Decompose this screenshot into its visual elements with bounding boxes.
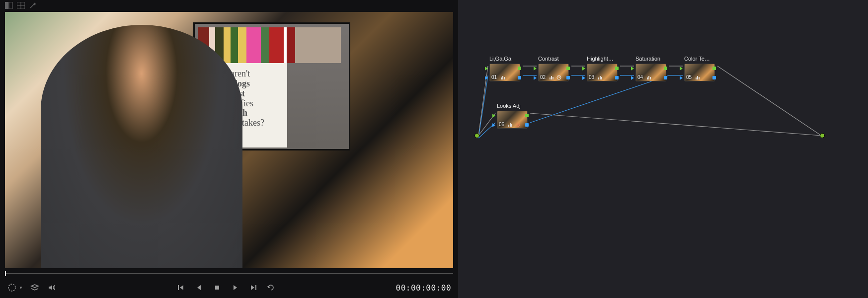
svg-rect-0 [5,2,8,9]
rgb-input-port[interactable] [534,67,537,71]
graph-source[interactable] [474,133,479,138]
bypass-button[interactable] [7,283,17,293]
node-thumbnail[interactable]: 02 [538,64,569,81]
jump-first-button[interactable] [176,283,186,293]
play-button[interactable] [230,283,240,293]
svg-rect-23 [696,77,697,79]
rgb-output-port[interactable] [566,67,570,70]
node-label: Looks Adj [497,103,533,110]
svg-rect-17 [598,77,599,79]
color-node-02[interactable]: Contrast02 [538,56,574,81]
color-node-04[interactable]: Saturation04 [635,56,671,81]
rgb-output-port[interactable] [518,67,521,70]
svg-rect-8 [215,286,219,290]
color-node-05[interactable]: Color Te…05 [684,56,720,81]
playhead[interactable] [5,271,6,276]
alpha-output-port[interactable] [615,76,619,79]
rgb-input-port[interactable] [485,67,488,71]
step-fwd-button[interactable] [248,283,258,293]
alpha-input-port[interactable] [492,123,495,127]
histogram-icon [598,75,603,79]
node-number: 05 [686,74,692,80]
rgb-input-port[interactable] [680,67,683,71]
node-thumbnail[interactable]: 05 [684,64,715,81]
alpha-output-port[interactable] [566,76,570,79]
svg-rect-9 [255,285,256,290]
svg-rect-20 [647,77,648,79]
rgb-output-port[interactable] [664,67,667,70]
svg-rect-1 [9,2,12,9]
svg-rect-27 [510,123,511,127]
svg-rect-14 [551,76,552,79]
alpha-output-port[interactable] [664,76,667,79]
svg-rect-21 [648,76,649,79]
rgb-input-port[interactable] [492,114,495,118]
viewer-top-toolbar [0,0,458,11]
loop-button[interactable] [266,283,276,293]
rgb-output-port[interactable] [712,67,716,70]
viewer-image[interactable]: aren't vlogs just selfies with outtakes? [5,12,453,268]
chevron-down-icon[interactable]: ▼ [19,286,23,290]
svg-rect-7 [178,285,179,290]
svg-rect-24 [697,76,698,79]
stack-button[interactable] [30,283,40,293]
node-thumbnail[interactable]: 06 [497,111,528,129]
node-label: Color Te… [684,56,720,63]
svg-rect-11 [502,76,503,79]
step-back-button[interactable] [194,283,204,293]
node-label: Saturation [635,56,671,63]
node-number: 03 [589,74,594,80]
transport-controls [176,283,276,293]
node-number: 06 [499,122,504,127]
rgb-output-port[interactable] [615,67,619,70]
node-graph[interactable]: Li,Ga,Ga01Contrast02Highlight…03Saturati… [458,0,868,298]
node-thumbnail[interactable]: 01 [489,64,520,81]
alpha-output-port[interactable] [518,76,521,79]
svg-rect-22 [650,77,651,79]
svg-rect-15 [552,77,553,79]
alpha-output-port[interactable] [712,76,716,79]
svg-rect-25 [699,77,700,79]
histogram-icon [647,75,652,79]
svg-point-6 [8,284,15,291]
transport-bar: ▼ [0,277,458,298]
stop-button[interactable] [212,283,222,293]
alpha-input-port[interactable] [485,76,488,80]
rgb-input-port[interactable] [582,67,585,71]
svg-rect-26 [508,125,509,127]
speaker-button[interactable] [47,283,57,293]
histogram-icon [508,123,513,127]
node-wires [458,0,868,298]
view-mode-icon[interactable] [5,2,13,9]
svg-rect-12 [504,77,505,79]
color-node-01[interactable]: Li,Ga,Ga01 [489,56,525,81]
node-number: 04 [637,74,643,80]
timecode[interactable]: 00:00:00:00 [396,283,451,293]
color-node-03[interactable]: Highlight…03 [587,56,623,81]
histogram-icon [696,75,701,79]
alpha-input-port[interactable] [631,76,634,80]
color-node-06[interactable]: Looks Adj06 [497,103,533,129]
node-number: 02 [540,74,546,80]
node-number: 01 [491,74,497,80]
rgb-output-port[interactable] [525,114,529,117]
alpha-output-port[interactable] [525,123,529,127]
magic-wand-icon[interactable] [29,2,37,9]
node-label: Highlight… [587,56,623,63]
alpha-input-port[interactable] [534,76,537,80]
rgb-input-port[interactable] [631,67,634,71]
histogram-icon [501,75,506,79]
node-thumbnail[interactable]: 04 [635,64,666,81]
scrub-bar[interactable] [5,269,453,277]
svg-point-30 [517,124,519,126]
histogram-icon [550,75,554,79]
svg-rect-13 [550,77,551,79]
grid-icon[interactable] [17,2,25,9]
node-thumbnail[interactable]: 03 [587,64,618,81]
alpha-input-port[interactable] [582,76,585,80]
svg-rect-10 [501,77,502,79]
node-label: Li,Ga,Ga [489,56,525,63]
alpha-input-port[interactable] [680,76,683,80]
graph-output[interactable] [820,133,825,138]
viewer-panel: aren't vlogs just selfies with outtakes?… [0,0,458,298]
